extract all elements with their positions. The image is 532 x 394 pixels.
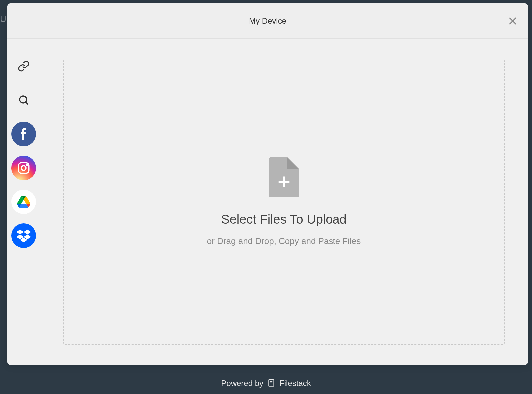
dropzone-subtitle: or Drag and Drop, Copy and Paste Files	[207, 236, 361, 246]
footer-brand-link[interactable]: Filestack	[267, 379, 311, 388]
search-icon	[18, 94, 30, 106]
close-icon	[508, 16, 518, 26]
close-button[interactable]	[507, 15, 519, 27]
sidebar-item-dropbox[interactable]	[11, 223, 36, 248]
modal-header: My Device	[7, 3, 528, 39]
sidebar-item-instagram[interactable]	[11, 156, 36, 180]
sidebar-item-gdrive[interactable]	[11, 190, 36, 214]
footer: Powered by Filestack	[0, 379, 532, 388]
file-dropzone[interactable]: Select Files To Upload or Drag and Drop,…	[63, 59, 505, 345]
modal-title: My Device	[249, 16, 286, 26]
file-picker-modal: My Device	[7, 3, 528, 365]
svg-point-8	[26, 164, 27, 165]
dropzone-title: Select Files To Upload	[221, 212, 346, 227]
svg-point-7	[21, 166, 26, 170]
facebook-icon	[20, 128, 27, 140]
add-file-icon	[269, 157, 299, 198]
svg-point-4	[20, 96, 27, 103]
filestack-icon	[267, 379, 276, 388]
instagram-icon	[17, 161, 31, 175]
svg-line-5	[26, 102, 28, 105]
link-icon	[18, 60, 30, 72]
source-sidebar	[7, 39, 40, 365]
background-obscured-text: U	[0, 14, 6, 24]
gdrive-icon	[17, 196, 30, 208]
main-content: Select Files To Upload or Drag and Drop,…	[40, 39, 528, 365]
footer-prefix: Powered by	[221, 379, 263, 388]
modal-body: Select Files To Upload or Drag and Drop,…	[7, 39, 528, 365]
dropbox-icon	[16, 229, 31, 242]
footer-brand-text: Filestack	[279, 379, 311, 388]
sidebar-item-search[interactable]	[11, 88, 36, 112]
sidebar-item-facebook[interactable]	[11, 122, 36, 146]
sidebar-item-link[interactable]	[11, 54, 36, 78]
